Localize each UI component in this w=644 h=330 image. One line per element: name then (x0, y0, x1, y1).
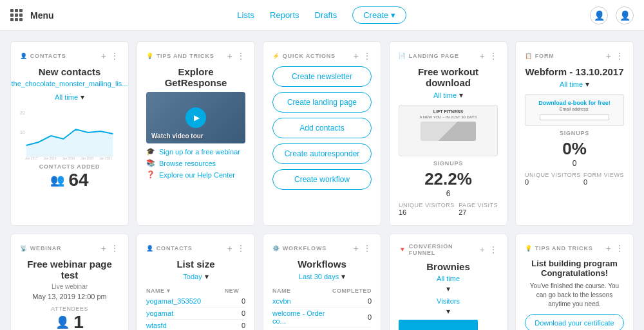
explore-title: Explore GetResponse (146, 66, 245, 88)
qa-label: ⚡ QUICK ACTIONS (272, 53, 336, 59)
wf-more-btn[interactable]: ⋮ (615, 51, 624, 61)
contacts-add-btn[interactable]: + (101, 51, 106, 61)
add-contacts-btn[interactable]: Add contacts (272, 118, 372, 138)
lp-add-btn[interactable]: + (480, 51, 485, 61)
wflows-header: ⚙️ WORKFLOWS + ⋮ (272, 243, 372, 253)
wf-signups-value: 0% (525, 139, 624, 159)
cf-filter1[interactable]: All time (437, 275, 460, 282)
wf-completed: 0 (332, 307, 372, 327)
explore-links: 🎓 Sign up for a free webinar 📚 Browse re… (146, 147, 245, 179)
contacts-card-header: 👤 CONTACTS + ⋮ (20, 51, 119, 61)
explore-card: 💡 TIPS AND TRICKS + ⋮ Explore GetRespons… (137, 41, 255, 226)
ls-label: 👤 CONTACTS (146, 245, 193, 252)
webinar-icon: 📡 (20, 245, 28, 252)
lp-page-visits: PAGE VISITS 27 (459, 202, 498, 216)
workflows-card: ⚙️ WORKFLOWS + ⋮ Workflows Last 30 days … (263, 234, 381, 330)
wflows-filter-row: Last 30 days ▾ (272, 272, 372, 281)
cf-filter2[interactable]: Visitors (437, 297, 460, 305)
webinar-title: Free webinar page test (20, 259, 119, 280)
qa-more-btn[interactable]: ⋮ (363, 51, 372, 61)
ls-add-btn[interactable]: + (227, 243, 232, 253)
cf-more-btn[interactable]: ⋮ (489, 244, 498, 255)
tips2-header: 💡 TIPS AND TRICKS + ⋮ (525, 243, 624, 253)
explore-add-btn[interactable]: + (227, 51, 232, 61)
wf-signups-label: SIGNUPS (525, 130, 624, 136)
wf-preview-title: Download e-book for free! (531, 100, 618, 106)
contacts-count: 👥 64 (20, 170, 119, 190)
contacts-time-filter: All time ▾ (20, 93, 119, 102)
contacts-label: 👤 CONTACTS (20, 53, 66, 59)
nav-reports[interactable]: Reports (270, 10, 299, 20)
contacts-more-btn[interactable]: ⋮ (110, 51, 119, 61)
create-workflow-btn[interactable]: Create workflow (272, 169, 372, 190)
list-item: yogamat0 (146, 307, 245, 320)
lp-more-btn[interactable]: ⋮ (489, 51, 498, 61)
create-autoresponder-btn[interactable]: Create autoresponder (272, 143, 372, 164)
landing-icon: 📄 (399, 53, 406, 59)
explore-link-help[interactable]: ❓ Explore our Help Center (146, 170, 245, 179)
tips2-more-btn[interactable]: ⋮ (615, 243, 624, 253)
conversion-funnel-card: 🔻 CONVERSION FUNNEL + ⋮ Brownies All tim… (389, 234, 507, 330)
explore-more-btn[interactable]: ⋮ (236, 51, 245, 61)
create-landing-page-btn[interactable]: Create landing page (272, 92, 372, 113)
wf-filter[interactable]: All time (560, 80, 583, 88)
nav-lists[interactable]: Lists (237, 10, 254, 20)
nav-drafts[interactable]: Drafts (315, 10, 337, 20)
list-col-new: NEW (225, 286, 245, 295)
help-icon: ❓ (146, 170, 155, 179)
wflows-title-row: Workflows (272, 259, 372, 272)
webinar-date: May 13, 2019 12:00 pm (20, 293, 119, 300)
explore-link-resources[interactable]: 📚 Browse resources (146, 159, 245, 167)
wflows-filter[interactable]: Last 30 days (299, 273, 339, 280)
topnav: Menu Lists Reports Drafts Create ▾ 👤 👤 (0, 0, 644, 31)
lp-stats: UNIQUE VISITORS 16 PAGE VISITS 27 (399, 202, 498, 216)
cf-add-btn[interactable]: + (480, 244, 485, 255)
nav-center: Lists Reports Drafts Create ▾ (237, 6, 406, 24)
list-name[interactable]: yogamat (146, 309, 173, 317)
contacts-chart: 20 10 Jan 2017 Jan 2018 Jan 2019 Jan 202… (20, 107, 119, 158)
wf-header: 📋 FORM + ⋮ (525, 51, 624, 61)
webinar-more-btn[interactable]: ⋮ (110, 243, 119, 253)
workflow-item: welcome - Order co...0 (272, 307, 372, 327)
lp-signups-label: SIGNUPS (399, 160, 498, 167)
ls-header: 👤 CONTACTS + ⋮ (146, 243, 245, 253)
avatar-person[interactable]: 👤 (590, 6, 608, 24)
create-button[interactable]: Create ▾ (352, 6, 406, 24)
video-thumbnail[interactable]: Watch video tour (146, 92, 245, 143)
list-name[interactable]: wtasfd (146, 322, 167, 329)
user-icon: 👥 (50, 173, 64, 187)
wf-add-btn[interactable]: + (606, 51, 611, 61)
list-name[interactable]: yogamat_353520 (146, 297, 201, 305)
webinar-add-btn[interactable]: + (101, 243, 106, 253)
cf-actions: + ⋮ (480, 244, 498, 255)
tips2-add-btn[interactable]: + (606, 243, 611, 253)
ls-more-btn[interactable]: ⋮ (236, 243, 245, 253)
contacts-link[interactable]: the_chocolate_monster_mailing_lis... (12, 80, 128, 87)
wflows-more-btn[interactable]: ⋮ (363, 243, 372, 253)
lp-filter[interactable]: All time (433, 91, 457, 99)
wflows-title: Workflows (298, 259, 346, 270)
wf-name[interactable]: xcvbn (272, 297, 291, 305)
wf-signups-count: 0 (525, 159, 624, 168)
download-cert-btn[interactable]: Download your certificate (525, 314, 624, 330)
play-button[interactable] (185, 107, 206, 128)
svg-text:Jan 2018: Jan 2018 (44, 157, 57, 160)
avatar-settings[interactable]: 👤 (616, 6, 634, 24)
quick-actions-card: ⚡ QUICK ACTIONS + ⋮ Create newsletter Cr… (263, 41, 381, 226)
webform-card: 📋 FORM + ⋮ Webform - 13.10.2017 All time… (515, 41, 634, 226)
wf-name[interactable]: welcome - Order co... (272, 309, 325, 325)
ls-filter[interactable]: Today (183, 273, 202, 280)
lp-title: Free workout download (399, 66, 498, 88)
contacts-time-label[interactable]: All time (55, 93, 78, 101)
qa-header: ⚡ QUICK ACTIONS + ⋮ (272, 51, 372, 61)
grid-icon[interactable] (10, 9, 23, 21)
list-col-name[interactable]: NAME ▾ (146, 286, 225, 295)
explore-header: 💡 TIPS AND TRICKS + ⋮ (146, 51, 245, 61)
qa-add-btn[interactable]: + (354, 51, 359, 61)
svg-text:Jan 2019: Jan 2019 (62, 157, 75, 160)
create-newsletter-btn[interactable]: Create newsletter (272, 66, 372, 87)
explore-label: 💡 TIPS AND TRICKS (146, 53, 214, 59)
tips2-label: 💡 TIPS AND TRICKS (525, 245, 592, 252)
wflows-add-btn[interactable]: + (354, 243, 359, 253)
explore-link-webinar[interactable]: 🎓 Sign up for a free webinar (146, 147, 245, 156)
